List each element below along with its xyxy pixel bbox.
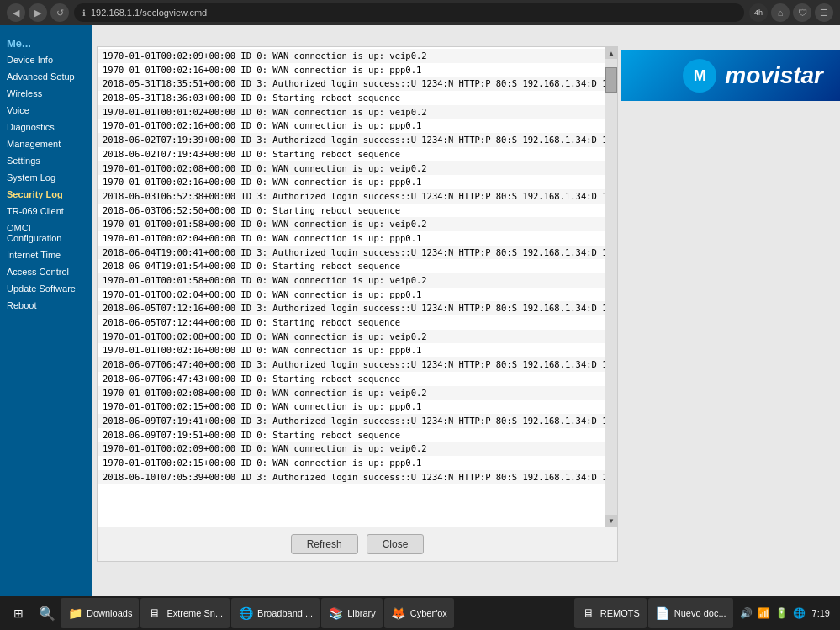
taskbar-right: 🖥REMOTS📄Nuevo doc... 🔊 📶 🔋 🌐 7:19	[574, 598, 837, 628]
taskbar: ⊞ 🔍 📁Downloads🖥Extreme Sn...🌐Broadband .…	[0, 596, 840, 630]
taskbar-right-item-1[interactable]: 📄Nuevo doc...	[648, 598, 733, 628]
log-line: 1970-01-01T00:01:02+00:00 ID 0: WAN conn…	[98, 105, 617, 119]
clock-time: 7:19	[812, 607, 830, 619]
taskbar-time[interactable]: 7:19	[812, 607, 830, 619]
tray-icon-1: 🔊	[740, 607, 753, 619]
log-line: 1970-01-01T00:02:09+00:00 ID 0: WAN conn…	[98, 442, 617, 456]
log-line: 2018-06-04T19:00:41+00:00 ID 3: Authoriz…	[98, 246, 617, 260]
log-line: 1970-01-01T00:02:16+00:00 ID 0: WAN conn…	[98, 175, 617, 189]
scroll-down-arrow[interactable]: ▼	[605, 515, 617, 527]
taskbar-right-items: 🖥REMOTS📄Nuevo doc...	[574, 598, 733, 628]
sidebar-item-advanced-setup[interactable]: Advanced Setup	[0, 68, 92, 85]
taskbar-item-icon-0: 📁	[67, 606, 82, 621]
log-line: 1970-01-01T00:02:15+00:00 ID 0: WAN conn…	[98, 456, 617, 470]
log-line: 1970-01-01T00:01:58+00:00 ID 0: WAN conn…	[98, 273, 617, 288]
scroll-up-arrow[interactable]: ▲	[605, 47, 617, 59]
log-line: 1970-01-01T00:02:04+00:00 ID 0: WAN conn…	[98, 288, 617, 302]
log-line: 2018-06-05T07:12:44+00:00 ID 0: Starting…	[98, 315, 617, 330]
sidebar-item-omci[interactable]: OMCI Configuration	[0, 220, 92, 246]
log-line: 2018-05-31T18:36:03+00:00 ID 0: Starting…	[98, 91, 617, 105]
log-lines: 1970-01-01T00:02:09+00:00 ID 0: WAN conn…	[98, 47, 617, 485]
scrollbar-track[interactable]	[605, 59, 617, 515]
movistar-icon: M	[683, 59, 716, 93]
browser-chrome: ◀ ▶ ↺ ℹ 192.168.1.1/seclogview.cmd 4h ⌂ …	[0, 0, 840, 25]
close-button[interactable]: Close	[367, 534, 425, 554]
sidebar-item-system-log[interactable]: System Log	[0, 169, 92, 186]
sidebar-item-device-info[interactable]: Device Info	[0, 51, 92, 68]
system-tray: 🔊 📶 🔋 🌐	[740, 607, 806, 619]
log-line: 1970-01-01T00:02:08+00:00 ID 0: WAN conn…	[98, 330, 617, 344]
address-bar[interactable]: ℹ 192.168.1.1/seclogview.cmd	[74, 3, 744, 22]
log-line: 1970-01-01T00:02:08+00:00 ID 0: WAN conn…	[98, 386, 617, 400]
taskbar-item-label-2: Broadband ...	[257, 608, 313, 618]
taskbar-right-item-0[interactable]: 🖥REMOTS	[574, 598, 647, 628]
log-line: 2018-06-03T06:52:50+00:00 ID 0: Starting…	[98, 204, 617, 218]
search-button[interactable]: 🔍	[35, 601, 59, 625]
sidebar-item-security-log[interactable]: Security Log	[0, 186, 92, 203]
sidebar-item-tr069[interactable]: TR-069 Client	[0, 203, 92, 220]
tray-icon-3: 🔋	[775, 607, 788, 619]
sidebar-item-access-control[interactable]: Access Control	[0, 263, 92, 280]
log-line: 2018-06-10T07:05:39+00:00 ID 3: Authoriz…	[98, 470, 617, 484]
log-line: 2018-06-02T07:19:43+00:00 ID 0: Starting…	[98, 147, 617, 161]
scrollbar-thumb[interactable]	[605, 67, 617, 93]
movistar-logo: movistar	[725, 62, 823, 89]
sidebar-item-settings[interactable]: Settings	[0, 152, 92, 169]
movistar-header: M movistar	[621, 50, 840, 101]
log-line: 1970-01-01T00:01:58+00:00 ID 0: WAN conn…	[98, 217, 617, 231]
taskbar-item-icon-1: 🖥	[147, 606, 162, 621]
sidebar-item-diagnostics[interactable]: Diagnostics	[0, 119, 92, 135]
start-button[interactable]: ⊞	[3, 598, 34, 628]
forward-button[interactable]: ▶	[29, 3, 47, 22]
taskbar-item-icon-4: 🦊	[391, 606, 406, 621]
shield-button[interactable]: 🛡	[793, 3, 811, 22]
log-line: 2018-05-31T18:35:51+00:00 ID 3: Authoriz…	[98, 77, 617, 91]
reload-button[interactable]: ↺	[50, 3, 69, 22]
log-line: 1970-01-01T00:02:08+00:00 ID 0: WAN conn…	[98, 161, 617, 176]
log-line: 2018-06-07T06:47:40+00:00 ID 3: Authoriz…	[98, 357, 617, 372]
log-line: 2018-06-05T07:12:16+00:00 ID 3: Authoriz…	[98, 301, 617, 315]
sidebar-item-update-software[interactable]: Update Software	[0, 280, 92, 297]
log-line: 1970-01-01T00:02:09+00:00 ID 0: WAN conn…	[98, 49, 617, 63]
log-line: 2018-06-02T07:19:39+00:00 ID 3: Authoriz…	[98, 133, 617, 147]
sidebar-header: Me...	[0, 34, 92, 51]
refresh-button[interactable]: Refresh	[291, 534, 358, 554]
taskbar-right-label-1: Nuevo doc...	[674, 608, 726, 618]
taskbar-item-1[interactable]: 🖥Extreme Sn...	[140, 598, 230, 628]
timer-button[interactable]: 4h	[749, 3, 768, 22]
log-scrollbar[interactable]: ▲ ▼	[605, 47, 617, 527]
taskbar-item-4[interactable]: 🦊Cyberfox	[384, 598, 454, 628]
taskbar-item-label-1: Extreme Sn...	[166, 608, 223, 618]
sidebar: Me... Device Info Advanced Setup Wireles…	[0, 25, 92, 596]
log-line: 2018-06-09T07:19:51+00:00 ID 0: Starting…	[98, 428, 617, 442]
tray-icon-4: 🌐	[793, 607, 806, 619]
sidebar-item-internet-time[interactable]: Internet Time	[0, 246, 92, 263]
log-content[interactable]: 1970-01-01T00:02:09+00:00 ID 0: WAN conn…	[98, 47, 617, 527]
sidebar-item-voice[interactable]: Voice	[0, 102, 92, 119]
taskbar-right-label-0: REMOTS	[600, 608, 640, 618]
url-text: 192.168.1.1/seclogview.cmd	[91, 8, 207, 18]
log-line: 2018-06-04T19:01:54+00:00 ID 0: Starting…	[98, 259, 617, 273]
sidebar-item-wireless[interactable]: Wireless	[0, 85, 92, 102]
taskbar-item-2[interactable]: 🌐Broadband ...	[231, 598, 320, 628]
sidebar-item-reboot[interactable]: Reboot	[0, 297, 92, 314]
tray-icon-2: 📶	[758, 607, 770, 619]
log-line: 1970-01-01T00:02:16+00:00 ID 0: WAN conn…	[98, 119, 617, 133]
taskbar-right-icon-1: 📄	[655, 606, 670, 621]
taskbar-item-0[interactable]: 📁Downloads	[61, 598, 139, 628]
taskbar-item-label-3: Library	[347, 608, 376, 618]
taskbar-items: 📁Downloads🖥Extreme Sn...🌐Broadband ...📚L…	[61, 598, 454, 628]
log-footer: Refresh Close	[98, 527, 617, 561]
taskbar-item-3[interactable]: 📚Library	[321, 598, 383, 628]
log-line: 1970-01-01T00:02:04+00:00 ID 0: WAN conn…	[98, 231, 617, 246]
log-line: 2018-06-03T06:52:38+00:00 ID 3: Authoriz…	[98, 189, 617, 204]
menu-button[interactable]: ☰	[815, 3, 833, 22]
taskbar-right-icon-0: 🖥	[581, 606, 596, 621]
back-button[interactable]: ◀	[7, 3, 25, 22]
taskbar-item-label-0: Downloads	[87, 608, 132, 618]
log-line: 1970-01-01T00:02:16+00:00 ID 0: WAN conn…	[98, 63, 617, 77]
home-button[interactable]: ⌂	[771, 3, 790, 22]
sidebar-item-management[interactable]: Management	[0, 135, 92, 152]
log-line: 1970-01-01T00:02:15+00:00 ID 0: WAN conn…	[98, 400, 617, 414]
taskbar-item-label-4: Cyberfox	[410, 608, 447, 618]
